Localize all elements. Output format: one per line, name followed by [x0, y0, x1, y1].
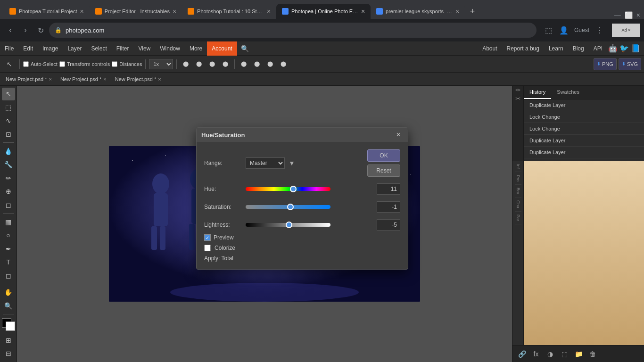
info-label-inf[interactable]: Inf [515, 161, 521, 172]
eyedropper-tool[interactable]: 💧 [2, 145, 15, 157]
back-button[interactable]: ‹ [4, 24, 17, 37]
history-item-1[interactable]: Duplicate Layer [524, 99, 644, 111]
clone-tool[interactable]: ⊕ [2, 185, 15, 198]
menu-api[interactable]: API [590, 41, 606, 56]
colorize-checkbox[interactable] [204, 245, 211, 251]
info-label-bru[interactable]: Bru [515, 185, 521, 197]
mask-button[interactable]: ⬚ [559, 348, 570, 360]
dodge-tool[interactable]: ○ [2, 229, 15, 242]
tab-close-2[interactable]: × [173, 8, 176, 15]
history-item-2[interactable]: Lock Change [524, 111, 644, 123]
distribute-v-button[interactable]: ⬤ [251, 58, 263, 70]
menu-file[interactable]: File [0, 41, 18, 56]
twitter-icon[interactable]: 🐦 [619, 44, 629, 53]
align-right-button[interactable]: ⬤ [206, 58, 218, 70]
auto-select-checkbox[interactable]: Auto-Select [23, 61, 58, 67]
menu-edit[interactable]: Edit [18, 41, 38, 56]
hue-slider-track[interactable] [246, 187, 330, 191]
shape-tool[interactable]: ◻ [2, 270, 15, 282]
tab-close-1[interactable]: × [80, 8, 84, 15]
distances-input[interactable] [112, 61, 117, 67]
collapse-left-button[interactable]: <> [514, 86, 521, 94]
crop-tool[interactable]: ⊡ [2, 128, 15, 141]
arrange-button[interactable]: ⬤ [264, 58, 276, 70]
adjust-button[interactable]: ◑ [545, 348, 556, 360]
facebook-icon[interactable]: 📘 [631, 44, 640, 53]
zoom-tool[interactable]: 🔍 [2, 300, 15, 313]
user-button[interactable]: 👤 [557, 24, 570, 37]
lasso-tool[interactable]: ∿ [2, 115, 15, 127]
align-top-button[interactable]: ⬤ [220, 58, 231, 70]
doc-tab-3[interactable]: New Project.psd * × [111, 74, 165, 85]
browser-tab-3[interactable]: Photoshop Tutorial : 10 Steps × [182, 4, 276, 19]
search-button[interactable]: 🔍 [237, 45, 253, 52]
effects-button[interactable]: fx [530, 348, 542, 360]
saturation-slider-track[interactable] [246, 205, 330, 209]
move-tool-icon[interactable]: ↖ [3, 58, 16, 71]
brush-tool[interactable]: ✏ [2, 172, 15, 185]
gradient-tool[interactable]: ▦ [2, 215, 15, 228]
canvas-area[interactable]: Hue/Saturation × Range: Master Reds Yell [17, 86, 512, 362]
forward-button[interactable]: › [19, 24, 32, 37]
history-item-3[interactable]: Lock Change [524, 123, 644, 135]
preview-checkbox[interactable] [204, 234, 211, 241]
doc-tab-close-3[interactable]: × [158, 76, 161, 82]
minimize-button[interactable]: — [614, 11, 621, 19]
auto-select-input[interactable] [23, 61, 29, 67]
dialog-close-button[interactable]: × [394, 130, 403, 140]
menu-layer[interactable]: Layer [63, 41, 86, 56]
text-tool[interactable]: T [2, 256, 15, 269]
align-center-h-button[interactable]: ⬤ [193, 58, 205, 70]
browser-tab-5[interactable]: premier league skysports - Go... × [371, 4, 465, 19]
lightness-slider-track[interactable] [246, 223, 330, 227]
extra-tool-1[interactable]: ⊞ [2, 334, 15, 347]
extensions-button[interactable]: ⬚ [542, 24, 555, 37]
heal-tool[interactable]: 🔧 [2, 158, 15, 171]
menu-window[interactable]: Window [155, 41, 185, 56]
menu-report-bug[interactable]: Report a bug [503, 41, 543, 56]
close-window-button[interactable]: × [636, 11, 640, 19]
tab-close-5[interactable]: × [455, 8, 459, 15]
menu-more[interactable]: More [185, 41, 207, 56]
dialog-header[interactable]: Hue/Saturation × [197, 128, 408, 142]
align-left-button[interactable]: ⬤ [180, 58, 191, 70]
hand-tool[interactable]: ✋ [2, 286, 15, 299]
browser-tab-2[interactable]: Project Editor - Instructables × [90, 4, 182, 19]
swatches-tab[interactable]: Swatches [551, 86, 585, 99]
color-swatches[interactable] [2, 318, 15, 331]
saturation-slider-thumb[interactable] [287, 204, 294, 210]
restore-button[interactable]: ⬜ [625, 11, 633, 19]
ok-button[interactable]: OK [367, 149, 400, 162]
info-label-cha[interactable]: Cha [515, 197, 521, 212]
menu-account[interactable]: Account [207, 41, 237, 56]
selection-tool[interactable]: ↖ [2, 88, 15, 100]
collapse-right-button[interactable]: >< [514, 94, 521, 103]
link-layers-button[interactable]: 🔗 [516, 348, 528, 360]
doc-tab-2[interactable]: New Project.psd * × [57, 74, 110, 85]
hue-slider-thumb[interactable] [290, 186, 297, 192]
lightness-slider-thumb[interactable] [286, 222, 292, 228]
extra-tool-2[interactable]: ⊟ [2, 347, 15, 360]
history-item-5[interactable]: Duplicate Layer [524, 147, 644, 158]
refresh-button[interactable]: ↻ [34, 24, 47, 37]
doc-tab-close-1[interactable]: × [49, 76, 51, 82]
reset-button[interactable]: Reset [367, 165, 400, 177]
menu-select[interactable]: Select [86, 41, 111, 56]
doc-tab-1[interactable]: New Project.psd * × [2, 74, 56, 85]
new-tab-button[interactable]: + [465, 4, 480, 19]
tab-close-3[interactable]: × [267, 8, 271, 15]
browser-tab-1[interactable]: Photopea Tutorial Project × [4, 4, 90, 19]
eraser-tool[interactable]: ◻ [2, 199, 15, 212]
menu-button[interactable]: ⋮ [593, 24, 606, 37]
menu-image[interactable]: Image [38, 41, 63, 56]
menu-view[interactable]: View [133, 41, 155, 56]
export-svg-button[interactable]: ⬇ SVG [619, 58, 641, 70]
history-tab[interactable]: History [524, 86, 551, 99]
range-select[interactable]: Master Reds Yellows Greens Cyans Blues M… [246, 157, 285, 169]
menu-about[interactable]: About [479, 41, 501, 56]
history-item-4[interactable]: Duplicate Layer [524, 135, 644, 147]
menu-blog[interactable]: Blog [569, 41, 588, 56]
info-label-pro[interactable]: Pro [515, 172, 521, 185]
distances-checkbox[interactable]: Distances [112, 61, 142, 67]
delete-layer-button[interactable]: 🗑 [587, 348, 598, 360]
